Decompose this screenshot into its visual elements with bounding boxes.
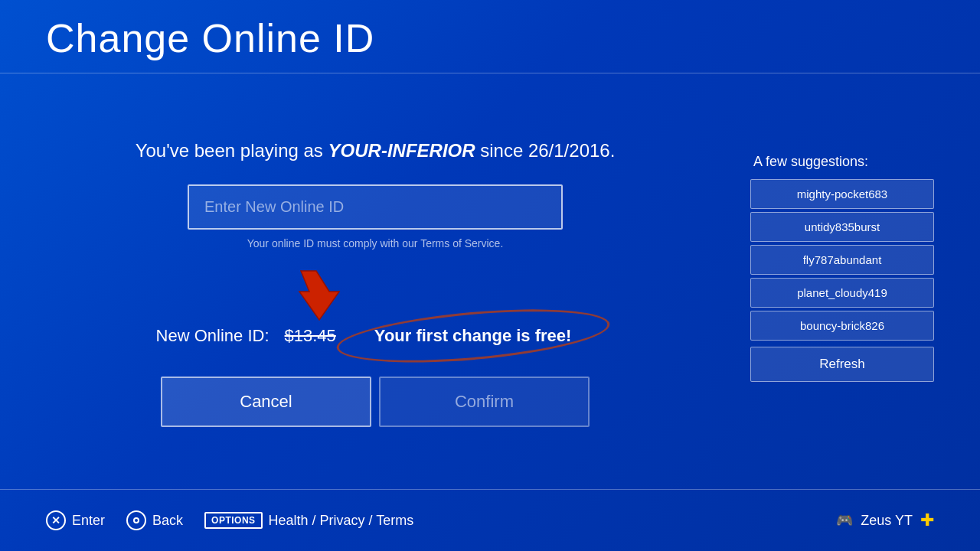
svg-marker-1 (299, 271, 339, 320)
main-content: You've been playing as YOUR-INFERIOR sin… (0, 92, 980, 490)
free-change-text: Your first change is free! (374, 326, 572, 345)
bottom-nav: ✕ Enter Back OPTIONS Health / Privacy / … (0, 490, 980, 551)
top-divider (0, 73, 980, 73)
new-id-price-label: New Online ID: (156, 326, 270, 346)
playing-as-text: You've been playing as YOUR-INFERIOR sin… (136, 140, 616, 161)
red-arrow-icon (287, 265, 348, 326)
cancel-button[interactable]: Cancel (161, 377, 371, 427)
health-label: Health / Privacy / Terms (269, 513, 414, 529)
options-nav-btn: OPTIONS Health / Privacy / Terms (204, 512, 413, 529)
suggestions-title: A few suggestions: (750, 154, 934, 170)
prefix-text: You've been playing as (136, 140, 328, 161)
enter-label: Enter (72, 513, 105, 529)
input-wrapper (188, 184, 563, 230)
ps-plus-icon: 🎮 (836, 512, 853, 529)
suggestion-item-1[interactable]: untidy835burst (750, 212, 934, 242)
free-change-bubble: Your first change is free! (351, 318, 595, 354)
nav-left: ✕ Enter Back OPTIONS Health / Privacy / … (46, 510, 413, 530)
confirm-button[interactable]: Confirm (379, 377, 590, 427)
x-button-icon: ✕ (46, 510, 66, 530)
circle-button-icon (126, 510, 146, 530)
suffix-text: since 26/1/2016. (475, 140, 616, 161)
nav-right: 🎮 Zeus YT ✚ (836, 510, 934, 530)
back-label: Back (152, 513, 183, 529)
suggestions-panel: A few suggestions: mighty-pocket683 unti… (750, 154, 934, 382)
center-panel: You've been playing as YOUR-INFERIOR sin… (0, 140, 750, 427)
suggestion-item-2[interactable]: fly787abundant (750, 245, 934, 275)
action-buttons: Cancel Confirm (161, 377, 590, 427)
suggestion-item-3[interactable]: planet_cloudy419 (750, 278, 934, 308)
new-id-input[interactable] (188, 184, 563, 230)
price-strikethrough: $13.45 (285, 326, 336, 346)
page-title: Change Online ID (46, 15, 374, 61)
terms-text: Your online ID must comply with our Term… (247, 237, 504, 249)
back-nav-btn: Back (126, 510, 183, 530)
price-row: New Online ID: $13.45 Your first change … (156, 318, 595, 354)
options-icon: OPTIONS (204, 512, 263, 529)
enter-nav-btn: ✕ Enter (46, 510, 105, 530)
current-username: YOUR-INFERIOR (328, 140, 475, 161)
username-display: Zeus YT (861, 513, 913, 529)
ps-plus-badge: ✚ (920, 510, 934, 530)
suggestion-item-0[interactable]: mighty-pocket683 (750, 179, 934, 209)
suggestion-item-4[interactable]: bouncy-brick826 (750, 311, 934, 341)
refresh-button[interactable]: Refresh (750, 347, 934, 382)
